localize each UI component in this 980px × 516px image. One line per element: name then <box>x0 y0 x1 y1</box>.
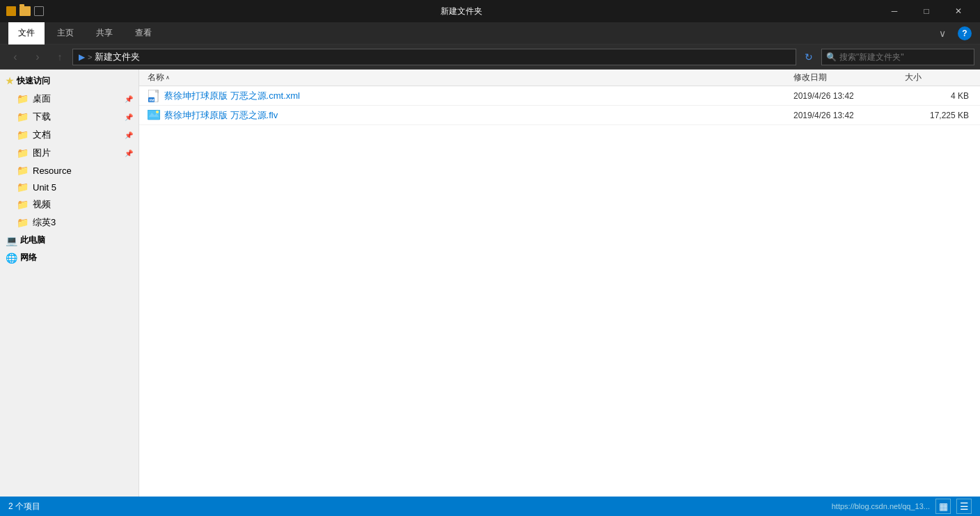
sort-arrow-name: ∧ <box>166 74 170 81</box>
close-button[interactable]: ✕ <box>942 0 974 22</box>
status-right: https://blog.csdn.net/qq_13... ▦ ☰ <box>832 499 972 514</box>
status-link[interactable]: https://blog.csdn.net/qq_13... <box>832 502 930 510</box>
app-icon-1 <box>6 6 17 17</box>
window-controls: ─ □ ✕ <box>878 0 974 22</box>
sidebar-item-unit5[interactable]: 📁 Unit 5 <box>0 179 139 195</box>
sidebar-item-label: 桌面 <box>33 92 51 105</box>
column-header-name[interactable]: 名称 ∧ <box>145 72 793 83</box>
sidebar: ★ 快速访问 📁 桌面 📌 📁 下载 📌 📁 文档 📌 📁 图片 📌 📁 Res… <box>0 70 139 497</box>
maximize-button[interactable]: □ <box>910 0 942 22</box>
folder-pic-icon: 📁 <box>17 147 29 159</box>
sidebar-item-label: 下载 <box>33 111 51 123</box>
status-bar: 2 个项目 https://blog.csdn.net/qq_13... ▦ ☰ <box>0 497 980 516</box>
app-icon-3 <box>33 6 45 17</box>
folder-download-icon: 📁 <box>17 111 29 122</box>
svg-text:XML: XML <box>149 98 157 102</box>
sidebar-item-label: Resource <box>33 166 72 176</box>
this-pc-label: 此电脑 <box>20 234 45 246</box>
this-pc-icon: 💻 <box>6 235 17 246</box>
back-button[interactable]: ‹ <box>6 47 25 67</box>
search-icon: 🔍 <box>826 52 837 62</box>
sidebar-section-this-pc[interactable]: 💻 此电脑 <box>0 232 139 249</box>
quick-access-label: 快速访问 <box>17 75 50 87</box>
tab-view[interactable]: 查看 <box>125 22 161 45</box>
file-name-text: 蔡徐坤打球原版 万恶之源.cmt.xml <box>164 90 300 102</box>
sidebar-item-label: 综英3 <box>33 216 56 229</box>
sidebar-item-zy3[interactable]: 📁 综英3 <box>0 213 139 232</box>
sidebar-item-label: 文档 <box>33 129 51 141</box>
ribbon-expand-button[interactable]: ∨ <box>933 24 952 43</box>
folder-icon: 📁 <box>17 165 29 176</box>
pin-icon: 📌 <box>125 95 133 103</box>
folder-doc-icon: 📁 <box>17 129 29 140</box>
tab-file[interactable]: 文件 <box>8 22 45 45</box>
title-bar-icons <box>6 6 45 17</box>
folder-icon: 📁 <box>17 182 29 193</box>
sidebar-item-desktop[interactable]: 📁 桌面 📌 <box>0 90 139 108</box>
ribbon: 文件 主页 共享 查看 ∨ ? <box>0 22 980 45</box>
search-input[interactable] <box>839 52 970 62</box>
help-button[interactable]: ? <box>958 26 972 40</box>
sidebar-section-network[interactable]: 🌐 网络 <box>0 249 139 266</box>
view-detail-button[interactable]: ▦ <box>935 499 951 514</box>
search-box[interactable]: 🔍 <box>821 49 974 65</box>
path-separator: > <box>88 53 92 61</box>
window-title: 新建文件夹 <box>49 6 874 17</box>
pin-icon: 📌 <box>125 131 133 139</box>
folder-icon: 📁 <box>17 93 29 104</box>
view-list-button[interactable]: ☰ <box>956 499 972 514</box>
main-content: ★ 快速访问 📁 桌面 📌 📁 下载 📌 📁 文档 📌 📁 图片 📌 📁 Res… <box>0 70 980 497</box>
sidebar-item-pictures[interactable]: 📁 图片 📌 <box>0 144 139 162</box>
flv-file-icon <box>148 109 160 122</box>
pin-icon: 📌 <box>125 113 133 121</box>
sidebar-item-documents[interactable]: 📁 文档 📌 <box>0 126 139 144</box>
file-name-cell: XML 蔡徐坤打球原版 万恶之源.cmt.xml <box>145 90 793 102</box>
path-current-folder: 新建文件夹 <box>95 51 140 63</box>
column-header-size[interactable]: 大小 <box>905 72 974 83</box>
folder-icon: 📁 <box>17 199 29 210</box>
title-bar: 新建文件夹 ─ □ ✕ <box>0 0 980 22</box>
network-label: 网络 <box>20 252 37 264</box>
sidebar-section-quick-access[interactable]: ★ 快速访问 <box>0 72 139 90</box>
file-size-cell: 4 KB <box>905 91 974 101</box>
sidebar-item-downloads[interactable]: 📁 下载 📌 <box>0 108 139 126</box>
network-icon: 🌐 <box>6 252 17 264</box>
svg-point-7 <box>156 111 159 113</box>
up-button[interactable]: ↑ <box>50 47 70 67</box>
xml-file-icon: XML <box>148 90 160 102</box>
path-segment: ▶ > 新建文件夹 <box>79 51 140 63</box>
address-path[interactable]: ▶ > 新建文件夹 <box>72 49 796 65</box>
sidebar-item-label: 视频 <box>33 198 51 211</box>
column-header-date[interactable]: 修改日期 <box>793 72 905 83</box>
table-row[interactable]: XML 蔡徐坤打球原版 万恶之源.cmt.xml 2019/4/26 13:42… <box>139 86 980 106</box>
minimize-button[interactable]: ─ <box>878 0 910 22</box>
sidebar-item-label: 图片 <box>33 147 51 159</box>
sidebar-item-resource[interactable]: 📁 Resource <box>0 162 139 179</box>
folder-icon: 📁 <box>17 217 29 228</box>
path-home-icon: ▶ <box>79 52 85 62</box>
address-bar: ‹ › ↑ ▶ > 新建文件夹 ↻ 🔍 <box>0 45 980 70</box>
file-list-header: 名称 ∧ 修改日期 大小 <box>139 70 980 86</box>
file-date-cell: 2019/4/26 13:42 <box>793 111 905 120</box>
table-row[interactable]: 蔡徐坤打球原版 万恶之源.flv 2019/4/26 13:42 17,225 … <box>139 106 980 125</box>
quick-access-icon: ★ <box>6 76 14 86</box>
sidebar-item-label: Unit 5 <box>33 182 56 193</box>
item-count: 2 个项目 <box>8 501 40 513</box>
file-name-text: 蔡徐坤打球原版 万恶之源.flv <box>164 109 278 122</box>
refresh-button[interactable]: ↻ <box>799 47 819 67</box>
sidebar-item-videos[interactable]: 📁 视频 <box>0 195 139 213</box>
file-name-cell: 蔡徐坤打球原版 万恶之源.flv <box>145 109 793 122</box>
tab-share[interactable]: 共享 <box>86 22 122 45</box>
pin-icon: 📌 <box>125 150 133 157</box>
tab-home[interactable]: 主页 <box>47 22 84 45</box>
file-size-cell: 17,225 KB <box>905 111 974 120</box>
file-date-cell: 2019/4/26 13:42 <box>793 91 905 101</box>
forward-button[interactable]: › <box>28 47 47 67</box>
app-icon-2 <box>19 6 31 17</box>
file-list: 名称 ∧ 修改日期 大小 XML <box>139 70 980 497</box>
